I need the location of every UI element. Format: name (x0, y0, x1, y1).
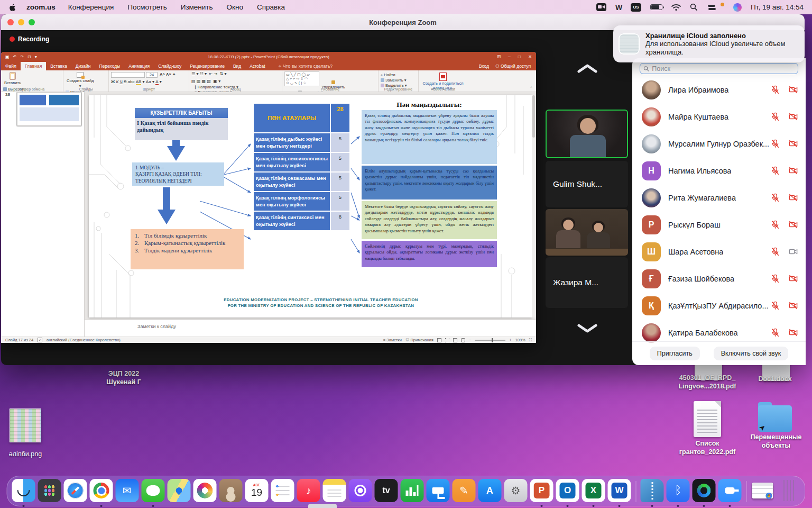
mic-muted-icon[interactable] (770, 301, 780, 311)
wifi-icon[interactable] (671, 4, 681, 11)
menubar-item[interactable]: Посмотреть (127, 3, 167, 11)
desktop-file-alipbi[interactable]: әліпби.png (0, 450, 51, 458)
menubar-item[interactable]: Изменить (181, 3, 213, 11)
desktop-folder-moved[interactable]: Перемещенные объекты (744, 433, 808, 450)
slide-subtitle-box[interactable]: І Қазақ тілі бойынша пәндік дайындық (135, 118, 228, 140)
normal-view-icon[interactable] (437, 338, 441, 342)
mic-muted-icon[interactable] (770, 247, 780, 257)
font-size-select[interactable]: 24 (146, 72, 158, 78)
participant-video-two-people[interactable] (546, 209, 628, 256)
desktop-file-rpd[interactable]: 450301_OF_RPD_ Lingvoe...2018.pdf (667, 374, 748, 391)
paste-button[interactable]: Вставить (4, 72, 21, 85)
camera-off-icon[interactable] (788, 301, 798, 311)
ppt-tab[interactable]: Файл (1, 62, 21, 70)
scroll-down-chevron[interactable] (576, 323, 599, 333)
camera-off-icon[interactable] (788, 220, 798, 230)
reading-view-icon[interactable] (453, 338, 457, 342)
participants-search[interactable] (640, 63, 798, 74)
grants-pdf-icon[interactable] (694, 401, 721, 437)
current-slide[interactable]: ҚҰЗЫРЕТТЛІК БАҒЫТЫ І Қазақ тілі бойынша … (89, 95, 532, 318)
comments-toggle[interactable]: 🗩 Примечания (405, 338, 433, 342)
scroll-up-chevron[interactable] (576, 64, 599, 74)
dock-item[interactable]: ✉ (115, 479, 140, 506)
replace-button[interactable]: Заменить ▾ (381, 78, 416, 83)
active-speaker-video[interactable] (546, 110, 628, 158)
menubar-clock[interactable]: Пт, 19 авг. 14:54 (751, 3, 804, 11)
font-name-select[interactable] (111, 72, 145, 78)
participant-tile-gulim[interactable]: Gulim Shuk... (546, 161, 628, 207)
notes-toggle[interactable]: ≡ Заметки (383, 338, 402, 342)
dock-item[interactable] (751, 479, 775, 506)
battery-icon[interactable] (650, 4, 662, 10)
zoom-out-icon[interactable]: − (469, 338, 471, 342)
mic-muted-icon[interactable] (770, 274, 780, 284)
ppt-titlebar[interactable]: ▣↶↷⊡▾ 18.08.22-КТӨ (2).pptx - PowerPoint… (1, 52, 536, 61)
ppt-tab[interactable]: Acrobat (245, 62, 269, 70)
participant-row[interactable]: Мурсалим Гулнур Оразбек... (632, 130, 806, 157)
siri-icon[interactable] (733, 3, 742, 12)
importance-blocks[interactable]: Қазақ тілінің дыбыстық заңдылығын үйрену… (362, 110, 497, 267)
participant-row[interactable]: Қ ҚазҰлтҚызПУ Абдирасило... (632, 292, 806, 319)
zoom-slider[interactable] (475, 340, 505, 341)
zoom-level[interactable]: 109% (515, 338, 525, 342)
ppt-signin-button[interactable]: Вход (479, 64, 489, 69)
camera-off-icon[interactable] (788, 85, 798, 95)
desktop-file-doc1[interactable]: Doc1.docx (749, 375, 801, 383)
grow-font-icon[interactable]: A˄ (160, 72, 165, 77)
shrink-font-icon[interactable]: A˅ (166, 72, 171, 77)
alipbi-image-icon[interactable] (10, 409, 41, 442)
dock-item[interactable] (400, 479, 425, 506)
dock-item[interactable] (63, 479, 88, 506)
camera-off-icon[interactable] (788, 274, 798, 284)
spellcheck-icon[interactable]: ✓ (38, 338, 42, 342)
mic-muted-icon[interactable] (770, 166, 780, 176)
align-buttons[interactable]: ▤ ▥ ▦ ▧ ▣ ▾ (191, 79, 227, 84)
dock-item[interactable]: tv (374, 479, 399, 506)
zoom-status-icon[interactable] (596, 3, 606, 11)
mic-muted-icon[interactable] (770, 139, 780, 149)
dock-item[interactable] (322, 479, 347, 506)
camera-off-icon[interactable] (788, 247, 798, 257)
dock-item[interactable] (426, 479, 450, 506)
dock-item[interactable] (640, 479, 665, 506)
clear-format-icon[interactable]: ✦ (172, 72, 176, 77)
camera-off-icon[interactable] (788, 112, 798, 122)
mic-muted-icon[interactable] (770, 328, 780, 338)
menubar-item[interactable]: Справка (257, 3, 285, 11)
participant-row[interactable]: Ғ Ғазиза Шойбекова (632, 265, 806, 292)
zoom-in-icon[interactable]: + (509, 338, 511, 342)
participant-tile-zhazira[interactable]: Жазира М... (546, 257, 628, 308)
ppt-tab[interactable]: Вид (229, 62, 245, 70)
icloud-notification[interactable]: Хранилище iCloud заполнено Для использов… (613, 25, 805, 62)
dock-item[interactable]: P (530, 479, 554, 506)
camera-off-icon[interactable] (788, 193, 798, 203)
mic-muted-icon[interactable] (770, 112, 780, 122)
menubar-item[interactable]: Окно (227, 3, 243, 11)
module-box[interactable]: 1-МОДУЛЬ – ҚАЗІРГІ ҚАЗАҚ ӘДЕБИ ТІЛІ: ТЕО… (132, 162, 224, 186)
slide-thumbnail[interactable] (17, 92, 81, 126)
dock-item[interactable]: АВГ.19 (245, 479, 269, 506)
menubar-app-name[interactable]: zoom.us (26, 3, 56, 11)
tell-me-box[interactable]: ✧ Что вы хотите сделать? (275, 62, 336, 70)
notes-pane[interactable]: Заметки к слайду (85, 320, 536, 337)
importance-title[interactable]: Пән маңыздылығы: (362, 101, 497, 109)
dock-item[interactable]: X (582, 479, 606, 506)
dock-item[interactable] (633, 479, 639, 506)
new-slide-button[interactable]: Создать слайд ▾ (67, 72, 94, 88)
participant-row[interactable]: Лира Ибраимова (632, 76, 806, 103)
shapes-gallery[interactable]: ▭ ╲ ╱ ▢ ◯ ▱△ ⌐ ⌐ ⇨ ⇩ ◠✩ ◡ ∿ ( ) ☆ (284, 71, 319, 86)
dock-item[interactable] (777, 479, 801, 506)
dock-item[interactable]: ✎ (452, 479, 476, 506)
mic-muted-icon[interactable] (770, 85, 780, 95)
dock-item[interactable]: A (478, 479, 502, 506)
ppt-tab[interactable]: Главная (21, 62, 46, 70)
slideshow-view-icon[interactable] (461, 338, 465, 342)
participant-row[interactable]: Н Нагима Ильясова (632, 157, 806, 184)
dock-item[interactable]: W (607, 479, 632, 506)
subjects-table[interactable]: ПӘН АТАУЛАРЫ28 Қазақ тілінің дыбыс жүйес… (254, 104, 349, 230)
slide-scrollbar[interactable] (532, 95, 536, 318)
participant-row[interactable]: Р Рыскүл Бораш (632, 211, 806, 238)
language-indicator[interactable]: английский (Соединенное Королевство) (47, 338, 121, 342)
menubar-item[interactable]: Конференция (68, 3, 114, 11)
ppt-tab[interactable]: Дизайн (71, 62, 95, 70)
